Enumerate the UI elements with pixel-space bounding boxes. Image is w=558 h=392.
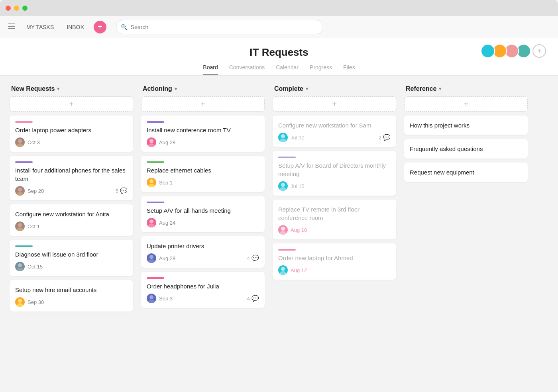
card-title: Order new laptop for Ahmed [278,254,391,262]
card-printer-drivers[interactable]: Update printer drivers Aug 28 4 💬 [141,236,265,268]
card-diagnose-wifi[interactable]: Diagnose wifi issue on 3rd floor Oct 15 [10,240,133,276]
card-comments: 2 💬 [379,134,391,141]
card-title: Update printer drivers [147,242,259,250]
column-header-actioning: Actioning ▾ [141,85,265,92]
svg-point-13 [149,139,153,143]
inbox-nav[interactable]: INBOX [63,22,87,32]
card-footer: Sep 20 5 💬 [15,186,128,196]
svg-point-5 [18,188,22,192]
card-laptop-ahmed[interactable]: Order new laptop for Ahmed Aug 12 [273,243,396,280]
column-header-reference: Reference ▾ [404,85,528,92]
hamburger-icon[interactable] [6,21,17,33]
card-stripe [278,249,296,251]
card-avatar [15,221,25,231]
close-dot[interactable] [6,6,11,11]
card-stripe [147,121,164,123]
tab-progress[interactable]: Progress [310,64,332,75]
search-container: 🔍 [116,20,323,34]
card-date: Aug 10 [291,227,307,233]
column-new-requests: New Requests ▾ + Order laptop power adap… [10,85,133,382]
ref-card-faq[interactable]: Frequently asked questions [404,139,528,159]
card-configure-anita[interactable]: Configure new workstation for Anita Oct … [10,204,133,236]
search-input[interactable] [116,20,323,34]
add-member-button[interactable]: + [532,44,546,58]
card-footer: Aug 10 [278,225,391,235]
chevron-down-icon[interactable]: ▾ [306,86,308,92]
card-comments: 5 💬 [116,187,128,194]
svg-point-20 [148,259,155,263]
card-date: Aug 12 [291,267,307,273]
card-avatar [278,133,288,142]
card-avatar [147,253,156,263]
svg-point-4 [17,143,23,147]
card-stripe [147,277,164,279]
card-title: Setup new hire email accounts [15,286,128,294]
svg-point-19 [149,255,153,259]
card-date: Jul 30 [291,135,305,141]
comment-icon: 💬 [251,295,259,302]
card-avatar [147,137,156,147]
chevron-down-icon[interactable]: ▾ [439,86,441,92]
card-date: Oct 15 [28,264,43,270]
minimize-dot[interactable] [14,6,19,11]
tab-calendar[interactable]: Calendar [276,64,299,75]
comment-count: 5 [116,188,118,194]
card-avatar [15,297,25,307]
tab-files[interactable]: Files [343,64,355,75]
add-button[interactable]: + [94,21,106,33]
card-conference-tv[interactable]: Install new conference room TV Aug 28 [141,116,265,152]
svg-point-30 [280,271,286,275]
card-avatar [147,294,156,303]
add-card-complete[interactable]: + [273,96,396,112]
add-card-actioning[interactable]: + [141,96,265,112]
column-title-actioning: Actioning [143,85,172,92]
svg-point-26 [280,187,286,191]
svg-point-24 [280,139,286,142]
add-card-reference[interactable]: + [404,96,528,112]
card-stripe [278,157,296,158]
ref-card-title: Frequently asked questions [410,145,483,152]
card-configure-sam[interactable]: Configure new workstation for Sam Jul 30… [273,116,396,147]
card-setup-email[interactable]: Setup new hire email accounts Sep 30 [10,280,133,312]
chevron-down-icon[interactable]: ▾ [175,86,177,92]
column-reference: Reference ▾ + How this project works Fre… [404,85,528,382]
add-card-new-requests[interactable]: + [10,96,133,112]
card-stripe [147,202,164,203]
svg-point-21 [149,295,153,299]
card-avatar [15,262,25,271]
tab-conversations[interactable]: Conversations [229,64,265,75]
avatar-1[interactable] [481,44,495,58]
my-tasks-nav[interactable]: MY TASKS [23,22,57,32]
card-title: Install four additional phones for the s… [15,166,128,183]
svg-point-29 [281,267,285,271]
card-install-phones[interactable]: Install four additional phones for the s… [10,156,133,200]
svg-point-25 [281,183,285,187]
card-date: Oct 1 [28,223,40,229]
card-av-board[interactable]: Setup A/V for Board of Directors monthly… [273,151,396,196]
card-tv-remote[interactable]: Replace TV remote in 3rd floor conferenc… [273,200,396,239]
comment-count: 4 [247,255,250,261]
card-av-allhands[interactable]: Setup A/V for all-hands meeting Aug 24 [141,196,265,232]
chevron-down-icon[interactable]: ▾ [57,86,59,92]
card-footer: Sep 1 [147,178,259,187]
svg-rect-2 [8,28,15,29]
card-footer: Oct 15 [15,262,128,271]
svg-rect-0 [8,24,15,24]
member-avatars: + [481,44,546,58]
card-avatar [147,178,156,187]
svg-point-22 [148,300,155,303]
card-footer: Jul 15 [278,181,391,191]
ref-card-request-equipment[interactable]: Request new equipment [404,163,528,182]
card-headphones-julia[interactable]: Order headphones for Julia Sep 3 4 💬 [141,272,265,308]
maximize-dot[interactable] [22,6,28,11]
tab-board[interactable]: Board [203,64,218,75]
card-ethernet-cables[interactable]: Replace ethernet cables Sep 1 [141,156,265,192]
comment-count: 2 [379,135,381,141]
project-header: + IT Requests Board Conversations Calend… [0,38,558,76]
card-date: Sep 30 [28,299,44,305]
card-order-laptop[interactable]: Order laptop power adapters Oct 3 [10,116,133,152]
card-footer: Sep 3 4 💬 [147,294,259,303]
ref-card-how-project-works[interactable]: How this project works [404,116,528,135]
svg-point-11 [18,299,22,303]
svg-point-10 [17,268,23,271]
